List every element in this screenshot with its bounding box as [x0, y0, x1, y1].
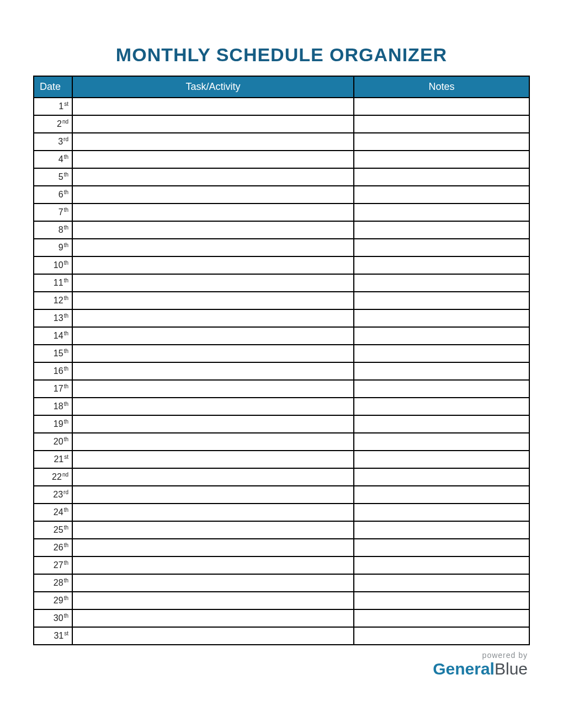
notes-cell[interactable]	[354, 380, 529, 398]
date-cell: 24th	[34, 504, 72, 521]
notes-cell[interactable]	[354, 521, 529, 539]
notes-cell[interactable]	[354, 204, 529, 221]
task-cell[interactable]	[72, 115, 354, 133]
notes-cell[interactable]	[354, 627, 529, 645]
notes-cell[interactable]	[354, 309, 529, 327]
task-cell[interactable]	[72, 239, 354, 256]
task-cell[interactable]	[72, 204, 354, 221]
task-cell[interactable]	[72, 327, 354, 345]
date-suffix: rd	[63, 136, 68, 142]
notes-cell[interactable]	[354, 115, 529, 133]
task-cell[interactable]	[72, 433, 354, 451]
date-cell: 3rd	[34, 133, 72, 151]
table-row: 22nd	[34, 468, 529, 486]
task-cell[interactable]	[72, 221, 354, 239]
table-row: 5th	[34, 168, 529, 186]
date-suffix: th	[64, 260, 68, 266]
notes-cell[interactable]	[354, 168, 529, 186]
date-suffix: th	[64, 207, 68, 213]
notes-cell[interactable]	[354, 609, 529, 627]
task-cell[interactable]	[72, 627, 354, 645]
notes-cell[interactable]	[354, 151, 529, 168]
task-cell[interactable]	[72, 451, 354, 468]
notes-cell[interactable]	[354, 451, 529, 468]
date-number: 20	[54, 437, 63, 447]
date-cell: 7th	[34, 204, 72, 221]
date-number: 28	[54, 579, 63, 588]
date-cell: 23rd	[34, 486, 72, 504]
notes-cell[interactable]	[354, 186, 529, 204]
notes-cell[interactable]	[354, 398, 529, 415]
task-cell[interactable]	[72, 362, 354, 380]
notes-cell[interactable]	[354, 592, 529, 609]
date-cell: 27th	[34, 556, 72, 574]
task-cell[interactable]	[72, 504, 354, 521]
date-number: 7	[59, 208, 63, 217]
table-row: 8th	[34, 221, 529, 239]
task-cell[interactable]	[72, 345, 354, 362]
table-row: 19th	[34, 415, 529, 433]
notes-cell[interactable]	[354, 221, 529, 239]
table-row: 20th	[34, 433, 529, 451]
date-number: 10	[54, 261, 63, 270]
date-number: 31	[54, 631, 63, 641]
date-number: 15	[54, 349, 63, 358]
date-number: 25	[54, 526, 63, 535]
notes-cell[interactable]	[354, 468, 529, 486]
notes-cell[interactable]	[354, 574, 529, 592]
date-suffix: nd	[62, 119, 68, 125]
notes-cell[interactable]	[354, 433, 529, 451]
task-cell[interactable]	[72, 486, 354, 504]
notes-cell[interactable]	[354, 504, 529, 521]
task-cell[interactable]	[72, 592, 354, 609]
notes-cell[interactable]	[354, 327, 529, 345]
date-number: 18	[54, 402, 63, 411]
task-cell[interactable]	[72, 468, 354, 486]
date-suffix: th	[64, 242, 68, 248]
notes-cell[interactable]	[354, 486, 529, 504]
notes-cell[interactable]	[354, 133, 529, 151]
notes-cell[interactable]	[354, 98, 529, 115]
task-cell[interactable]	[72, 415, 354, 433]
notes-cell[interactable]	[354, 556, 529, 574]
task-cell[interactable]	[72, 256, 354, 274]
date-cell: 5th	[34, 168, 72, 186]
table-row: 30th	[34, 609, 529, 627]
date-suffix: th	[64, 401, 68, 407]
date-cell: 18th	[34, 398, 72, 415]
table-row: 4th	[34, 151, 529, 168]
task-cell[interactable]	[72, 309, 354, 327]
date-suffix: th	[64, 613, 68, 619]
task-cell[interactable]	[72, 98, 354, 115]
task-cell[interactable]	[72, 292, 354, 309]
date-suffix: th	[64, 542, 68, 548]
task-cell[interactable]	[72, 151, 354, 168]
date-cell: 26th	[34, 539, 72, 556]
task-cell[interactable]	[72, 380, 354, 398]
notes-cell[interactable]	[354, 539, 529, 556]
notes-cell[interactable]	[354, 292, 529, 309]
notes-cell[interactable]	[354, 239, 529, 256]
notes-cell[interactable]	[354, 256, 529, 274]
task-cell[interactable]	[72, 168, 354, 186]
date-suffix: th	[64, 524, 68, 531]
schedule-table: Date Task/Activity Notes 1st2nd3rd4th5th…	[33, 76, 530, 645]
notes-cell[interactable]	[354, 362, 529, 380]
task-cell[interactable]	[72, 398, 354, 415]
task-cell[interactable]	[72, 186, 354, 204]
date-cell: 11th	[34, 274, 72, 292]
notes-cell[interactable]	[354, 415, 529, 433]
task-cell[interactable]	[72, 574, 354, 592]
task-cell[interactable]	[72, 556, 354, 574]
notes-cell[interactable]	[354, 274, 529, 292]
task-cell[interactable]	[72, 609, 354, 627]
table-row: 21st	[34, 451, 529, 468]
task-cell[interactable]	[72, 521, 354, 539]
task-cell[interactable]	[72, 539, 354, 556]
notes-cell[interactable]	[354, 345, 529, 362]
task-cell[interactable]	[72, 274, 354, 292]
date-cell: 31st	[34, 627, 72, 645]
date-number: 17	[54, 384, 63, 394]
date-suffix: th	[64, 366, 68, 372]
task-cell[interactable]	[72, 133, 354, 151]
